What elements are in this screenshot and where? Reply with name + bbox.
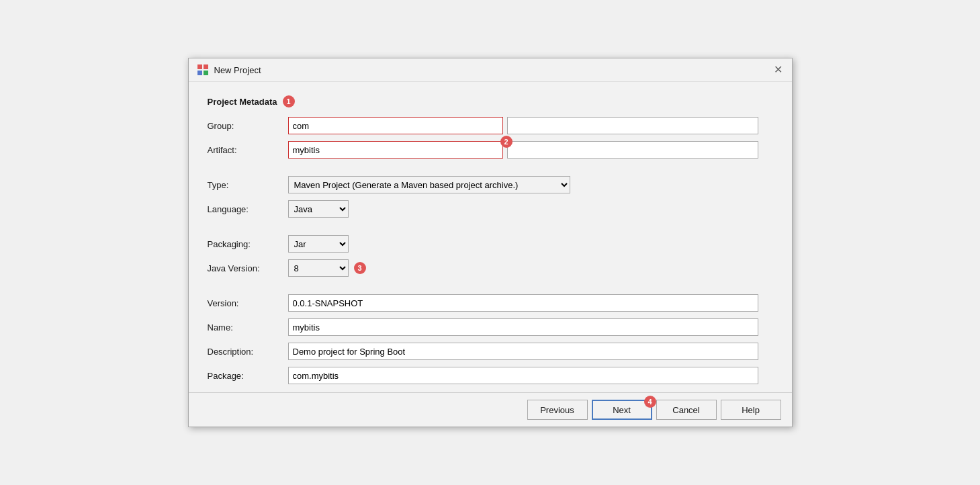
svg-rect-2: [197, 71, 202, 75]
section-badge: 1: [283, 95, 295, 107]
java-version-select[interactable]: 8 11 17 21: [288, 259, 349, 277]
artifact-field-row: 2: [288, 141, 758, 159]
type-label: Type:: [208, 180, 288, 190]
window-title: New Project: [214, 65, 261, 75]
section-title-text: Project Metadata: [208, 97, 277, 107]
svg-rect-1: [204, 64, 208, 69]
version-input[interactable]: [288, 294, 758, 312]
spacer-4: [288, 224, 758, 228]
artifact-badge: 2: [500, 136, 513, 148]
spacer-2: [288, 165, 758, 169]
artifact-extra-input[interactable]: [507, 141, 758, 159]
help-button[interactable]: Help: [721, 400, 781, 420]
package-label: Package:: [208, 371, 288, 381]
version-label: Version:: [208, 298, 288, 308]
description-input[interactable]: [288, 343, 758, 360]
svg-rect-0: [197, 64, 202, 69]
new-project-dialog: New Project ✕ Project Metadata 1 Group: …: [188, 58, 793, 427]
next-badge: 4: [644, 396, 656, 408]
name-label: Name:: [208, 322, 288, 333]
java-version-badge: 3: [354, 262, 366, 274]
group-extra-input[interactable]: [507, 117, 758, 134]
java-version-label: Java Version:: [208, 263, 288, 273]
java-version-row: 8 11 17 21 3: [288, 259, 758, 277]
group-label: Group:: [208, 121, 288, 131]
artifact-input[interactable]: [288, 141, 503, 159]
packaging-select[interactable]: Jar War: [288, 235, 349, 253]
svg-rect-3: [204, 71, 208, 75]
language-select[interactable]: Java Kotlin Groovy: [288, 200, 349, 218]
language-label: Language:: [208, 204, 288, 214]
previous-button[interactable]: Previous: [527, 400, 588, 420]
spacer-1: [208, 165, 288, 169]
spacer-6: [288, 283, 758, 288]
description-label: Description:: [208, 347, 288, 357]
package-input[interactable]: [288, 367, 758, 384]
titlebar-left: New Project: [197, 64, 261, 76]
main-content: Project Metadata 1 Group: Artifact: 2 Ty…: [189, 82, 792, 392]
spacer-3: [208, 224, 288, 228]
section-title: Project Metadata 1: [208, 95, 773, 107]
name-input[interactable]: [288, 318, 758, 336]
packaging-label: Packaging:: [208, 239, 288, 249]
next-button[interactable]: Next 4: [592, 400, 652, 420]
project-metadata-form: Group: Artifact: 2 Type: Maven Project (…: [208, 117, 758, 384]
close-button[interactable]: ✕: [772, 64, 784, 75]
artifact-label: Artifact:: [208, 145, 288, 155]
app-logo-icon: [197, 64, 209, 76]
cancel-button[interactable]: Cancel: [656, 400, 717, 420]
group-field-row: [288, 117, 758, 134]
type-select[interactable]: Maven Project (Generate a Maven based pr…: [288, 176, 570, 193]
titlebar: New Project ✕: [189, 58, 792, 82]
spacer-5: [208, 283, 288, 288]
dialog-footer: Previous Next 4 Cancel Help: [189, 392, 792, 427]
group-input[interactable]: [288, 117, 503, 134]
